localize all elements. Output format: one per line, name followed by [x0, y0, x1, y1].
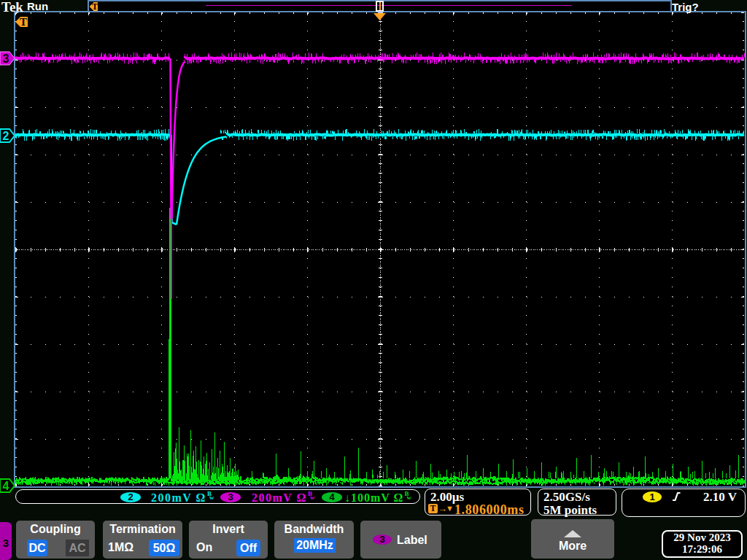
svg-text:4: 4: [3, 480, 9, 492]
svg-text:T: T: [20, 16, 27, 28]
svg-text:3: 3: [3, 52, 9, 65]
svg-text:T: T: [92, 1, 98, 12]
svg-text:2: 2: [3, 130, 9, 142]
